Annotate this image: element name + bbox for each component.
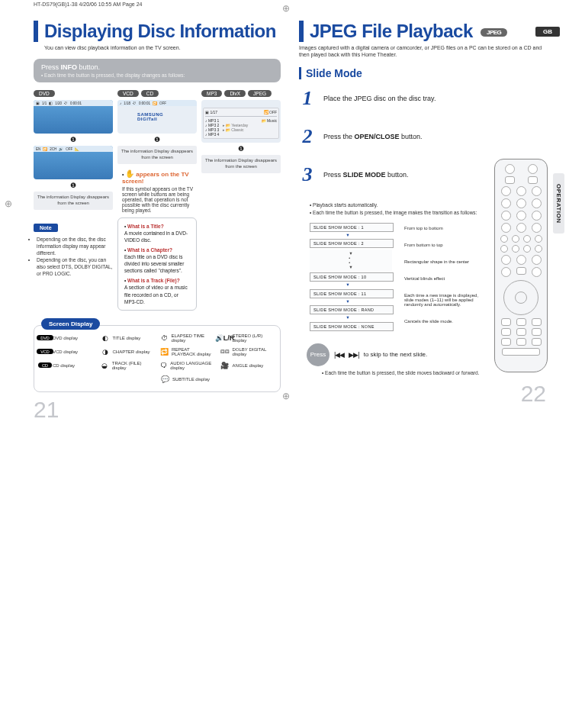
icon-audio-lang-display: 🗨AUDIO LANGUAGE display (160, 361, 214, 370)
mode-desc-1: From top to bottom (404, 226, 488, 230)
mode-rand: SLIDE SHOW MODE : RAND (310, 305, 394, 314)
mode-1: SLIDE SHOW MODE : 1 (310, 223, 394, 232)
step-icon-m: ❶ (201, 145, 281, 153)
mode-desc-none: Cancels the slide mode. (404, 319, 488, 324)
pill-dvd: DVD (34, 90, 55, 97)
faq-a3: A section of video or a music file recor… (124, 285, 188, 304)
note-tag: Note (34, 224, 58, 232)
step-2: 2 Press the OPEN/CLOSE button. (299, 125, 485, 148)
screen-sim-vcd: ♪1/18⏱0:00:01🔁OFF SAMSUNG DIGITall (117, 100, 197, 134)
note-2: Depending on the disc, you can also sele… (37, 256, 113, 277)
faq-q1: What is a Title? (127, 224, 164, 229)
step-3: 3 Press SLIDE MODE button. (299, 163, 485, 186)
heading-disc-info: Displaying Disc Information (44, 21, 281, 42)
icon-subtitle-display: 💬SUBTITLE display (160, 375, 214, 384)
note-1: Depending on the disc, the disc informat… (37, 236, 113, 256)
skip-text: to skip to the next slide. (364, 351, 428, 358)
page-number-left: 21 (34, 397, 281, 423)
icon-title-display: ◐TITLE display (101, 333, 155, 343)
infobox-title: Press INFO button. (41, 63, 273, 71)
dvd-column: DVD ▣1/1◧1/20⏱0:00:01 ❶ EN🔁2CH🔊OFF📐 ❶ Th… (34, 90, 113, 311)
step-text-1: Place the JPEG disc on the disc tray. (323, 95, 436, 102)
pill-mp3: MP3 (201, 90, 222, 97)
icon-angle-display: 🎥ANGLE display (220, 361, 275, 370)
pill-cd: CD (141, 90, 159, 97)
warn-row: • ✋ appears on the TV screen! If this sy… (117, 170, 197, 213)
skip-back-icon: |◀◀ (334, 351, 344, 359)
faq-q3: What is a Track (File)? (127, 278, 180, 283)
icon-elapsed-display: ⏱ELAPSED TIME display (160, 333, 214, 343)
crop-mark-left: ⊕ (5, 198, 12, 209)
press-button: Press (307, 343, 330, 366)
caption-dvd: The information Display disappears from … (34, 192, 113, 210)
infobox-sub: • Each time the button is pressed, the d… (41, 72, 273, 78)
mode-10: SLIDE SHOW MODE : 10 (310, 272, 394, 282)
operation-tab: OPERATION (553, 173, 564, 234)
step-num-3: 3 (299, 163, 316, 186)
heading-subtitle: You can view disc playback information o… (34, 44, 281, 51)
screen-display-panel: DVDDVD display ◐TITLE display ⏱ELAPSED T… (34, 325, 281, 392)
mode-2: SLIDE SHOW MODE : 2 (310, 239, 394, 248)
screen-display-tag: Screen Display (41, 318, 100, 330)
samsung-logo: SAMSUNG DIGITall (137, 112, 177, 121)
heading-jpeg: JPEG File Playback JPEG (310, 21, 546, 42)
icon-repeat-display: 🔁REPEAT PLAYBACK display (160, 347, 214, 356)
icon-chapter-display: ◑CHAPTER display (101, 347, 155, 356)
step-text-3: Press SLIDE MODE button. (323, 171, 409, 179)
pill-jpeg: JPEG (248, 90, 272, 97)
mp3-column: MP3 DivX JPEG ▣ 1/17🔁 OFF ♪ MP3 1📂 Music… (201, 90, 281, 311)
step-num-2: 2 (299, 125, 316, 148)
step-text-2: Press the OPEN/CLOSE button. (323, 133, 423, 140)
mode-desc-rand: Each time a new image is displayed, slid… (404, 293, 488, 307)
screen-sim-dvd-2: EN🔁2CH🔊OFF📐 (34, 146, 113, 179)
mode-desc-10: Rectangular shape in the center (404, 259, 488, 264)
mode-11: SLIDE SHOW MODE : 11 (310, 289, 394, 298)
crop-mark-bottom: ⊕ (282, 391, 290, 401)
pill-vcd: VCD (117, 90, 139, 97)
hand-icon: ✋ (125, 169, 134, 178)
remote-dpad (503, 280, 538, 315)
icon-cd-display: CDCD display (40, 361, 95, 370)
skip-fwd-icon: ▶▶| (349, 351, 358, 359)
icon-dolby-display: ⧈⧈DOLBY DIGITAL display (220, 347, 275, 356)
faq-q2: What is a Chapter? (127, 247, 172, 253)
jpeg-badge: JPEG (481, 28, 507, 37)
screen-sim-dvd-1: ▣1/1◧1/20⏱0:00:01 (34, 100, 113, 134)
mode-desc-11: Vertical blinds effect (404, 276, 488, 281)
section-slide-mode: Slide Mode (299, 67, 546, 79)
step-icon-v: ❶ (117, 136, 197, 143)
mode-desc-2: From bottom to top (404, 243, 488, 247)
info-box: Press INFO button. • Each time the butto… (34, 59, 281, 82)
caption-vcd: The information Display disappears from … (117, 146, 197, 164)
page-right: GB OPERATION JPEG File Playback JPEG Ima… (299, 21, 546, 423)
crop-mark-top: ⊕ (282, 3, 290, 14)
note-list: Depending on the disc, the disc informat… (34, 236, 113, 278)
icon-vcd-display: VCDVCD display (40, 347, 95, 356)
faq-box: • What is a Title?A movie contained in a… (117, 217, 197, 311)
vcd-column: VCD CD ♪1/18⏱0:00:01🔁OFF SAMSUNG DIGITal… (117, 90, 197, 311)
icon-track-display: ◒TRACK (FILE) display (101, 361, 155, 370)
pill-divx: DivX (224, 90, 246, 97)
step-icon-2: ❶ (34, 182, 113, 189)
warn-body: If this symbol appears on the TV screen … (122, 186, 197, 213)
page-left: Displaying Disc Information You can view… (34, 21, 281, 423)
caption-mp3: The information Display disappears from … (201, 155, 281, 173)
icon-dvd-display: DVDDVD display (40, 333, 95, 343)
page-number-right: 22 (299, 381, 546, 407)
screen-sim-mp3: ▣ 1/17🔁 OFF ♪ MP3 1📂 Music ♪ MP3 2 ▸ 📂 Y… (201, 100, 281, 143)
mode-none: SLIDE SHOW MODE : NONE (310, 322, 394, 331)
faq-a1: A movie contained in a DVD-VIDEO disc. (124, 230, 188, 243)
step-icon: ❶ (34, 136, 113, 143)
heading-subtitle-r: Images captured with a digital camera or… (299, 44, 546, 58)
faq-a2: Each title on a DVD disc is divided into… (124, 254, 184, 273)
icon-stereo-display: 🔊L/RSTEREO (L/R) display (220, 333, 275, 343)
step-num-1: 1 (299, 87, 316, 110)
gb-badge: GB (535, 27, 560, 37)
remote-control-illustration (494, 159, 548, 372)
step-1: 1 Place the JPEG disc on the disc tray. (299, 87, 485, 110)
